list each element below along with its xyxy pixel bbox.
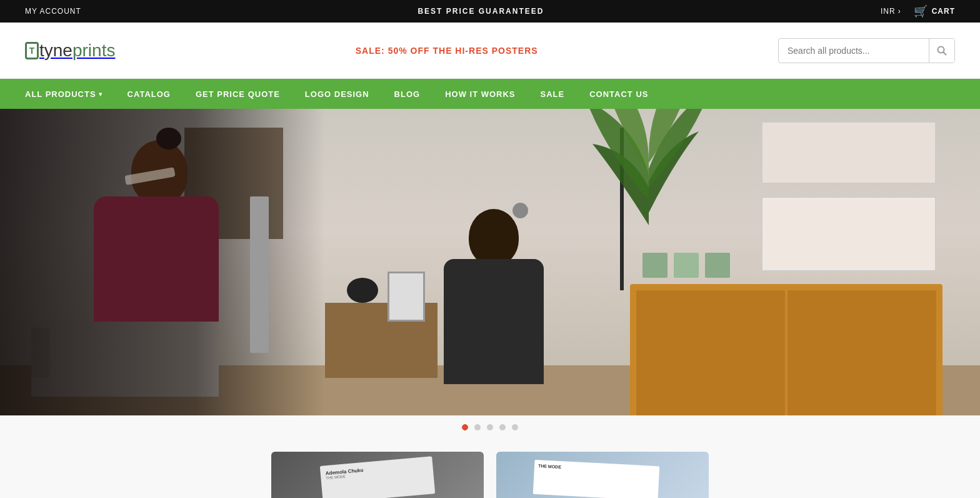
product-card-2-content: THE MODE <box>496 452 709 498</box>
nav-blog[interactable]: BLOG <box>382 79 433 109</box>
product-card-1[interactable]: Ademola Chuku THE MODE <box>271 452 484 498</box>
logo-text-tyne: tyne <box>39 41 72 61</box>
cart-icon: 🛒 <box>914 4 928 18</box>
product-card-2[interactable]: THE MODE <box>496 452 709 498</box>
logo[interactable]: tyneprints <box>25 41 115 61</box>
man-figure <box>425 178 562 415</box>
hero-image <box>0 109 980 415</box>
product-sample-2: THE MODE <box>533 460 660 498</box>
search-icon <box>937 46 947 56</box>
logo-text-prints: prints <box>72 41 115 61</box>
nav-all-products-label: ALL PRODUCTS <box>25 89 96 99</box>
photo-frame <box>388 272 425 322</box>
search-bar <box>778 38 955 63</box>
carousel-dot-2[interactable] <box>474 424 481 430</box>
speaker <box>347 278 378 303</box>
carousel-dots <box>0 415 980 439</box>
nav-all-products[interactable]: ALL PRODUCTS ▾ <box>12 79 115 109</box>
carousel-dot-4[interactable] <box>499 424 506 430</box>
main-nav: ALL PRODUCTS ▾ CATALOG GET PRICE QUOTE L… <box>0 79 980 109</box>
carousel-dot-5[interactable] <box>512 424 518 430</box>
product-sample-1: Ademola Chuku THE MODE <box>320 456 436 498</box>
cart-button[interactable]: 🛒 CART <box>914 4 955 18</box>
search-input[interactable] <box>779 46 929 56</box>
nav-contact-us[interactable]: CONTACT US <box>577 79 661 109</box>
products-section: Ademola Chuku THE MODE THE MODE <box>0 439 980 498</box>
hero-banner <box>0 109 980 415</box>
nav-how-it-works-label: HOW IT WORKS <box>445 89 515 99</box>
chevron-down-icon: ▾ <box>99 91 102 98</box>
top-bar: MY ACCOUNT BEST PRICE GUARANTEED INR › 🛒… <box>0 0 980 23</box>
carousel-dot-1[interactable] <box>462 424 468 430</box>
header: tyneprints SALE: 50% OFF THE HI-RES POST… <box>0 23 980 79</box>
wall-art-right-bottom <box>761 196 936 272</box>
top-bar-right: INR › 🛒 CART <box>881 4 955 18</box>
best-price-label: BEST PRICE GUARANTEED <box>418 7 544 16</box>
nav-sale-label: SALE <box>541 89 565 99</box>
nav-contact-us-label: CONTACT US <box>589 89 648 99</box>
search-button[interactable] <box>929 38 954 63</box>
cart-label: CART <box>932 7 955 16</box>
nav-logo-design[interactable]: LOGO DESIGN <box>292 79 382 109</box>
wall-light <box>512 203 528 218</box>
logo-icon <box>25 42 39 59</box>
my-account-link[interactable]: MY ACCOUNT <box>25 7 81 16</box>
plant-leaves <box>580 109 718 228</box>
cabinet-top-items <box>642 253 730 278</box>
chevron-right-icon: › <box>898 7 901 16</box>
currency-selector[interactable]: INR › <box>881 7 901 16</box>
woman-figure <box>31 109 269 415</box>
product-card-1-content: Ademola Chuku THE MODE <box>271 452 484 498</box>
nav-sale[interactable]: SALE <box>528 79 578 109</box>
cabinet <box>630 284 942 415</box>
nav-get-price-quote[interactable]: GET PRICE QUOTE <box>183 79 292 109</box>
cabinet-doors <box>636 290 936 415</box>
plant-svg <box>580 109 718 225</box>
nav-how-it-works[interactable]: HOW IT WORKS <box>432 79 528 109</box>
nav-catalog[interactable]: CATALOG <box>115 79 183 109</box>
wall-art-right-top <box>761 121 936 184</box>
svg-line-1 <box>943 52 946 54</box>
sale-banner: SALE: 50% OFF THE HI-RES POSTERS <box>356 46 538 56</box>
nav-get-price-quote-label: GET PRICE QUOTE <box>196 89 280 99</box>
nav-catalog-label: CATALOG <box>128 89 171 99</box>
nav-logo-design-label: LOGO DESIGN <box>305 89 369 99</box>
dyson-fan <box>250 196 269 353</box>
nav-blog-label: BLOG <box>394 89 421 99</box>
currency-label: INR <box>881 7 896 16</box>
carousel-dot-3[interactable] <box>487 424 493 430</box>
